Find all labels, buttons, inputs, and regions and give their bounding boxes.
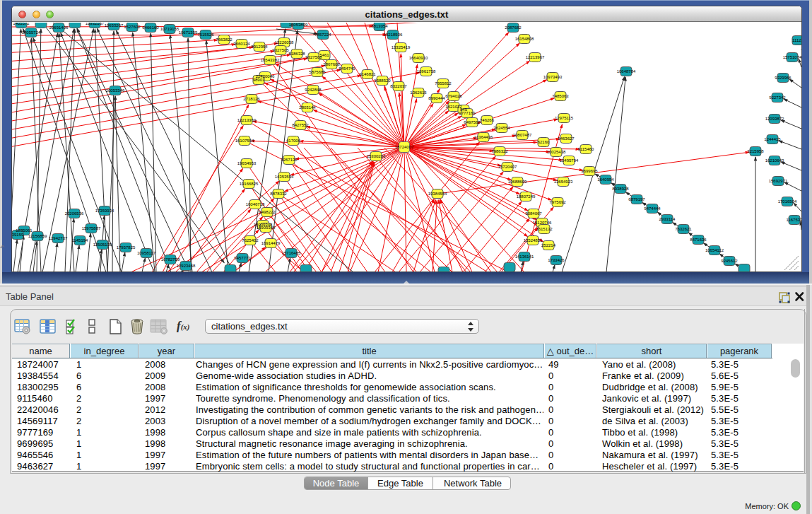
svg-text:13325419: 13325419: [392, 45, 411, 49]
svg-text:6466160: 6466160: [142, 25, 159, 30]
svg-text:16210643: 16210643: [765, 158, 784, 163]
svg-text:9115460: 9115460: [578, 147, 595, 151]
svg-text:25300203: 25300203: [367, 154, 386, 158]
svg-text:8471636: 8471636: [690, 238, 707, 242]
svg-text:8912954: 8912954: [251, 45, 268, 49]
svg-text:9699695: 9699695: [581, 169, 598, 173]
svg-text:17016504: 17016504: [778, 199, 797, 204]
svg-text:12156859: 12156859: [28, 234, 47, 238]
svg-text:17957825: 17957825: [117, 245, 136, 250]
svg-text:7955812: 7955812: [435, 81, 452, 86]
svg-text:18807249: 18807249: [517, 194, 536, 199]
svg-text:15716485: 15716485: [282, 251, 301, 255]
svg-text:15751074: 15751074: [783, 55, 801, 59]
svg-text:12505135: 12505135: [93, 243, 112, 247]
svg-text:8813054: 8813054: [371, 24, 388, 28]
svg-text:1527602: 1527602: [124, 25, 141, 29]
svg-text:1640954: 1640954: [597, 177, 614, 182]
svg-text:15720407: 15720407: [498, 165, 517, 169]
svg-text:2718126: 2718126: [243, 97, 260, 101]
svg-text:10958117: 10958117: [137, 251, 156, 255]
svg-text:19654953: 19654953: [237, 161, 257, 165]
svg-text:16543382: 16543382: [261, 58, 280, 62]
svg-text:1405572: 1405572: [13, 23, 30, 25]
svg-text:8427552: 8427552: [292, 123, 309, 127]
svg-text:7515526: 7515526: [197, 33, 214, 37]
svg-text:16107554: 16107554: [235, 139, 254, 143]
svg-text:15495794: 15495794: [560, 158, 579, 163]
svg-text:10973493: 10973493: [543, 75, 563, 79]
svg-text:1615132: 1615132: [536, 227, 553, 231]
svg-text:9457771: 9457771: [234, 256, 251, 260]
svg-text:9227342: 9227342: [769, 95, 786, 100]
svg-text:746266: 746266: [480, 118, 495, 122]
svg-text:7485063: 7485063: [552, 94, 569, 98]
svg-text:16046718: 16046718: [246, 202, 265, 206]
svg-text:3624554: 3624554: [493, 126, 510, 130]
svg-text:14136141: 14136141: [515, 255, 534, 259]
svg-text:9242848: 9242848: [305, 88, 322, 92]
svg-text:21364436: 21364436: [474, 135, 493, 139]
svg-text:8938928: 8938928: [612, 187, 629, 191]
svg-text:9660124: 9660124: [233, 42, 250, 46]
svg-text:14353594: 14353594: [275, 175, 294, 179]
svg-text:13654923: 13654923: [554, 180, 573, 184]
svg-text:12923468: 12923468: [177, 264, 196, 268]
svg-text:1733426: 1733426: [548, 258, 565, 262]
svg-text:10719155: 10719155: [160, 27, 180, 31]
svg-text:9474444: 9474444: [644, 206, 661, 211]
svg-text:8454749: 8454749: [339, 66, 355, 71]
svg-text:10648784: 10648784: [617, 69, 636, 74]
svg-text:1145194: 1145194: [72, 238, 89, 243]
svg-text:16961758: 16961758: [417, 69, 436, 74]
svg-text:252214: 252214: [541, 243, 556, 247]
svg-text:19218506: 19218506: [384, 33, 403, 37]
svg-text:17359934: 17359934: [95, 209, 114, 213]
svg-text:12942737: 12942737: [49, 236, 68, 240]
svg-text:16154808: 16154808: [515, 37, 534, 41]
svg-text:9327505: 9327505: [272, 48, 289, 52]
svg-text:10688609: 10688609: [508, 180, 527, 184]
svg-text:3215958: 3215958: [747, 149, 764, 153]
svg-text:2803144: 2803144: [299, 105, 316, 110]
svg-text:12213369: 12213369: [237, 118, 257, 122]
svg-text:16914479: 16914479: [261, 241, 281, 245]
svg-text:98901: 98901: [253, 78, 265, 82]
svg-text:12093872: 12093872: [765, 117, 784, 121]
svg-text:8878332: 8878332: [270, 192, 287, 196]
svg-text:12975115: 12975115: [555, 116, 574, 120]
svg-text:10025438: 10025438: [547, 150, 566, 154]
svg-text:6794028: 6794028: [445, 94, 462, 98]
svg-text:9463627: 9463627: [558, 136, 575, 141]
svg-text:9245612: 9245612: [721, 259, 738, 263]
svg-text:9777169: 9777169: [459, 111, 476, 115]
svg-text:9146821: 9146821: [359, 72, 376, 76]
svg-text:7857224: 7857224: [314, 33, 331, 37]
svg-text:8990444: 8990444: [428, 96, 445, 100]
svg-text:15692971: 15692971: [769, 179, 788, 183]
svg-text:11121: 11121: [792, 38, 801, 42]
svg-text:7986322: 7986322: [491, 149, 508, 153]
svg-text:16053809: 16053809: [289, 23, 308, 27]
svg-text:18724007: 18724007: [395, 145, 414, 149]
svg-text:7632621: 7632621: [675, 227, 692, 231]
svg-text:12213967: 12213967: [526, 55, 545, 59]
svg-text:10653267: 10653267: [105, 23, 124, 28]
svg-text:9498222: 9498222: [259, 210, 276, 214]
svg-text:9084067: 9084067: [525, 211, 542, 216]
svg-text:5875685: 5875685: [309, 70, 326, 74]
svg-text:20053346: 20053346: [106, 88, 125, 93]
svg-text:8322037: 8322037: [390, 84, 407, 88]
svg-text:2087682: 2087682: [505, 25, 522, 30]
svg-text:7663822: 7663822: [216, 37, 233, 42]
svg-text:10671355: 10671355: [179, 30, 198, 35]
svg-text:10654112: 10654112: [705, 248, 724, 252]
svg-text:13524851: 13524851: [524, 238, 543, 243]
svg-text:39159: 39159: [12, 233, 24, 237]
svg-text:10932167: 10932167: [86, 23, 105, 25]
svg-text:7975692: 7975692: [549, 200, 566, 204]
svg-text:2867608: 2867608: [323, 62, 340, 66]
svg-text:7625402: 7625402: [242, 238, 259, 243]
svg-text:1588520: 1588520: [374, 78, 391, 83]
svg-text:2933114: 2933114: [659, 217, 676, 221]
